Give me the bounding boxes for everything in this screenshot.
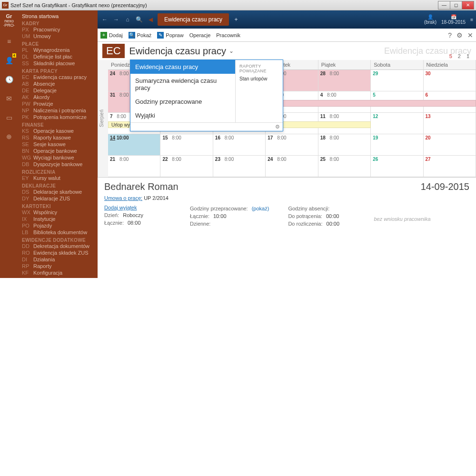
calendar-day-head: Piątek <box>318 60 371 69</box>
help-icon[interactable]: ? <box>448 31 452 39</box>
sidebar-item[interactable]: DEDelegacje <box>22 87 94 94</box>
sidebar-item[interactable]: DYDeklaracje ZUS <box>22 195 94 202</box>
sidebar-item[interactable]: EYKursy walut <box>22 175 94 181</box>
show-link[interactable]: (pokaż) <box>252 205 269 212</box>
sidebar-item[interactable]: ROEwidencja składek ZUS <box>22 249 94 256</box>
sidebar-item[interactable]: WXWspólnicy <box>22 209 94 216</box>
dropdown-item[interactable]: Ewidencja czasu pracy <box>130 60 235 74</box>
topbar: ← → ⌂ 🔍 ◀ Ewidencja czasu pracy + 👤(brak… <box>98 10 476 29</box>
toolbar-operations-button[interactable]: Operacje <box>189 32 211 38</box>
panel-close-icon[interactable]: ✕ <box>467 31 473 39</box>
sidebar-group-head: EWIDENCJE DODATKOWE <box>22 238 94 243</box>
sidebar-item[interactable]: DDDekretacja dokumentów <box>22 243 94 249</box>
dropdown-item[interactable]: Sumaryczna ewidencja czasu pracy <box>130 74 235 95</box>
rail-mail-icon[interactable]: ✉ <box>4 93 14 104</box>
calendar-cell[interactable]: 25 8:00 <box>318 156 371 177</box>
sidebar-item[interactable]: KFKonfiguracja <box>22 269 94 276</box>
calendar-cell[interactable]: 19 <box>371 134 423 155</box>
sidebar-item[interactable]: SSSkładniki płacowe <box>22 60 94 67</box>
sidebar-item[interactable]: BNOperacje bankowe <box>22 148 94 154</box>
app-icon: Gr <box>2 2 9 9</box>
sidebar-item[interactable]: WGWyciągi bankowe <box>22 154 94 161</box>
sidebar-item[interactable]: AKAkordy <box>22 94 94 100</box>
active-tab[interactable]: Ewidencja czasu pracy <box>158 13 229 26</box>
calendar-cell[interactable]: 22 8:00 <box>160 156 213 177</box>
calendar-cell[interactable]: 13 <box>424 113 476 134</box>
gear-icon[interactable]: ⚙ <box>456 31 463 39</box>
window-minimize-button[interactable]: — <box>438 1 450 10</box>
sidebar-item[interactable]: PKPotrącenia komornicze <box>22 114 94 120</box>
chevron-down-icon[interactable]: ⌄ <box>229 48 234 54</box>
left-rail: Grnexo·PRO· ≡ 👤4 🕓 ✉ ▭ ⊕ <box>0 10 18 278</box>
sidebar-home[interactable]: Strona startowa <box>22 13 94 19</box>
sidebar-item[interactable]: LBBiblioteka dokumentów <box>22 229 94 236</box>
dropdown-gear-icon[interactable]: ⚙ <box>130 122 283 131</box>
page-number[interactable]: 1 <box>466 53 469 59</box>
sidebar-item[interactable]: RSRaporty kasowe <box>22 134 94 141</box>
calendar-cell[interactable]: 20 <box>424 134 476 155</box>
calendar-cell[interactable]: 18 8:00 <box>318 134 371 155</box>
window-close-button[interactable]: ✕ <box>462 1 474 10</box>
page-number[interactable]: 2 <box>458 53 461 59</box>
sidebar-item[interactable]: IXInstytucje <box>22 216 94 222</box>
nav-fwd-icon[interactable]: → <box>112 16 120 23</box>
sidebar-item[interactable]: POPojazdy <box>22 222 94 229</box>
calendar-cell[interactable]: 28 8:00 <box>318 70 371 91</box>
product-logo: Grnexo·PRO· <box>3 14 15 28</box>
rail-menu-icon[interactable]: ≡ <box>4 36 14 47</box>
nav-home-icon[interactable]: ⌂ <box>123 16 132 23</box>
rail-badge: 4 <box>12 53 16 58</box>
dropdown-item[interactable]: Godziny przepracowane <box>130 95 235 109</box>
sidebar-item[interactable]: PXPracownicy <box>22 26 94 33</box>
tab-add-icon[interactable]: + <box>232 16 240 23</box>
calendar-cell[interactable]: 23 8:00 <box>213 156 266 177</box>
calendar-cell[interactable]: 15 8:00 <box>160 134 213 155</box>
topbar-menu-icon[interactable]: ≡ <box>470 17 473 22</box>
calendar-row: 14 10:0015 8:0016 8:0017 8:0018 8:0019 2… <box>108 134 476 156</box>
sidebar-item[interactable]: NPNaliczenia i potrącenia <box>22 107 94 114</box>
nav-back-icon[interactable]: ← <box>100 16 109 23</box>
rail-clock-icon[interactable]: 🕓 <box>4 74 14 85</box>
calendar-cell[interactable]: 21 8:00 <box>108 156 160 177</box>
sidebar-group-head: KARTOTEKI <box>22 204 94 209</box>
calendar-cell[interactable]: 26 <box>371 156 423 177</box>
calendar-cell[interactable]: 30 <box>424 70 476 91</box>
calendar-cell[interactable]: 12 <box>371 113 423 134</box>
sidebar-item[interactable]: RPRaporty <box>22 263 94 269</box>
toolbar: +Dodaj 🔍Pokaż ✎Popraw Operacje Pracownik… <box>98 29 476 42</box>
sidebar-item[interactable]: PLWynagrodzenia <box>22 47 94 53</box>
sidebar-item[interactable]: SESesje kasowe <box>22 141 94 148</box>
toolbar-employee-button[interactable]: Pracownik <box>216 32 240 38</box>
sidebar-item[interactable]: DLDefinicje list płac <box>22 53 94 60</box>
toolbar-show-button[interactable]: 🔍Pokaż <box>129 32 152 39</box>
sidebar-item[interactable]: ECEwidencja czasu pracy <box>22 74 94 80</box>
rail-cert-icon[interactable]: ▭ <box>4 112 14 123</box>
user-indicator[interactable]: 👤(brak) <box>424 14 436 25</box>
sidebar-item[interactable]: UMUmowy <box>22 33 94 40</box>
toolbar-add-button[interactable]: +Dodaj <box>100 32 123 39</box>
calendar-cell[interactable]: 14 10:00 <box>108 134 160 155</box>
calendar-cell[interactable]: 27 <box>424 156 476 177</box>
calendar-cell[interactable]: 16 8:00 <box>213 134 266 155</box>
sidebar-item[interactable]: DIDziałania <box>22 256 94 263</box>
toolbar-edit-button[interactable]: ✎Popraw <box>157 32 183 39</box>
rail-add-icon[interactable]: ⊕ <box>4 131 14 142</box>
rail-users-icon[interactable]: 👤4 <box>4 55 14 66</box>
date-indicator[interactable]: 📅18-09-2015 <box>441 14 466 25</box>
dropdown-related-item[interactable]: Stan urlopów <box>239 76 279 81</box>
dropdown-item[interactable]: Wyjątki <box>130 109 235 122</box>
sidebar-item[interactable]: PWProwizje <box>22 100 94 107</box>
calendar-cell[interactable]: 29 <box>371 70 423 91</box>
sidebar-item[interactable]: DBDyspozycje bankowe <box>22 161 94 168</box>
window-maximize-button[interactable]: ◻ <box>450 1 462 10</box>
contract-label[interactable]: Umowa o pracę: <box>104 195 142 201</box>
module-title[interactable]: Ewidencja czasu pracy <box>129 46 226 57</box>
calendar-cell[interactable]: 24 8:00 <box>266 156 318 177</box>
calendar-cell[interactable]: 17 8:00 <box>266 134 318 155</box>
sidebar-item[interactable]: KSOperacje kasowe <box>22 128 94 134</box>
sidebar-item[interactable]: DSDeklaracje skarbowe <box>22 188 94 195</box>
sidebar-item[interactable]: ABAbsencje <box>22 80 94 87</box>
nav-search-icon[interactable]: 🔍 <box>135 16 143 23</box>
page-number[interactable]: 5 <box>449 53 452 59</box>
add-exception-link[interactable]: Dodaj wyjątek <box>104 205 137 210</box>
